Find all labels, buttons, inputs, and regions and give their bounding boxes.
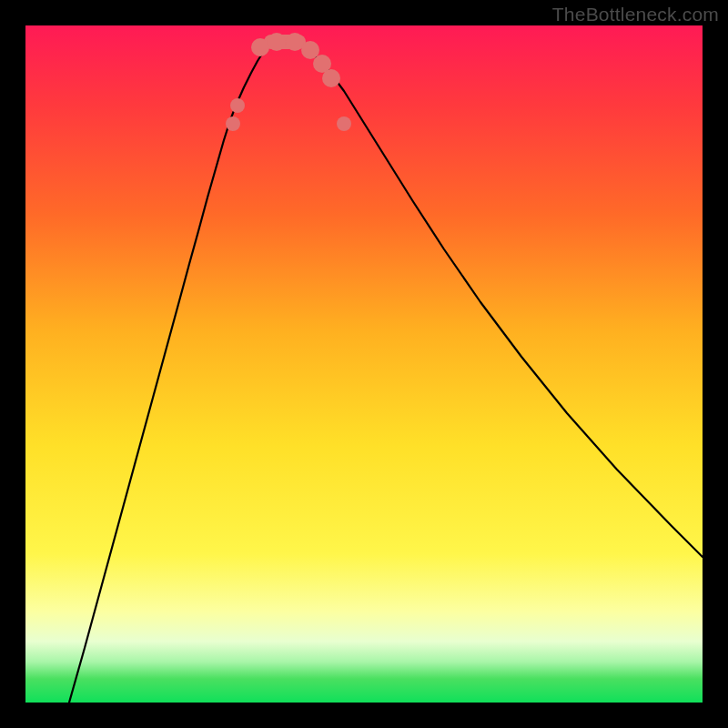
curve-overlay xyxy=(25,25,703,703)
data-point xyxy=(226,116,240,131)
plot-area xyxy=(25,25,703,703)
data-point xyxy=(268,33,286,51)
data-point xyxy=(286,33,304,51)
curve-left-branch xyxy=(69,42,271,703)
curve-right-branch xyxy=(298,42,703,557)
chart-frame: TheBottleneck.com xyxy=(0,0,728,728)
data-point xyxy=(322,69,340,87)
data-point xyxy=(337,116,351,131)
data-point xyxy=(230,98,245,113)
data-point xyxy=(251,38,269,56)
watermark-text: TheBottleneck.com xyxy=(552,4,719,25)
